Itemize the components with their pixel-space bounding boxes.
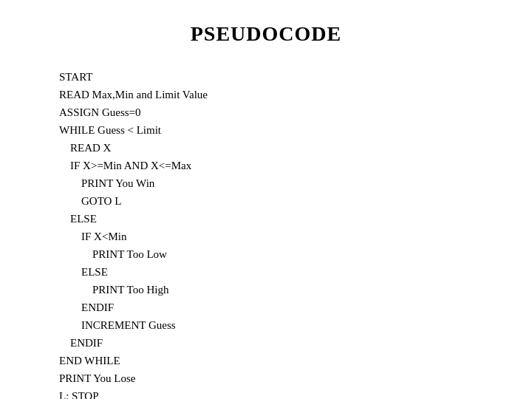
code-line: END WHILE bbox=[59, 352, 208, 369]
code-line: PRINT Too High bbox=[59, 281, 208, 299]
code-line: INCREMENT Guess bbox=[59, 316, 208, 334]
code-line: PRINT You Win bbox=[59, 174, 208, 192]
code-line: PRINT You Lose bbox=[59, 369, 208, 387]
code-line: ENDIF bbox=[59, 334, 208, 352]
code-line: L: STOP bbox=[59, 387, 208, 399]
code-line: READ Max,Min and Limit Value bbox=[59, 86, 208, 103]
code-line: ELSE bbox=[59, 210, 208, 228]
pseudocode-block: STARTREAD Max,Min and Limit ValueASSIGN … bbox=[59, 68, 208, 399]
code-line: ASSIGN Guess=0 bbox=[59, 103, 208, 121]
code-line: ELSE bbox=[59, 263, 208, 281]
code-line: READ X bbox=[59, 139, 208, 157]
page-title: PSEUDOCODE bbox=[191, 22, 341, 46]
code-line: PRINT Too Low bbox=[59, 245, 208, 263]
code-line: START bbox=[59, 68, 208, 86]
code-line: IF X>=Min AND X<=Max bbox=[59, 157, 208, 174]
code-line: WHILE Guess < Limit bbox=[59, 121, 208, 139]
code-line: ENDIF bbox=[59, 299, 208, 316]
code-line: GOTO L bbox=[59, 192, 208, 210]
code-line: IF X<Min bbox=[59, 228, 208, 245]
